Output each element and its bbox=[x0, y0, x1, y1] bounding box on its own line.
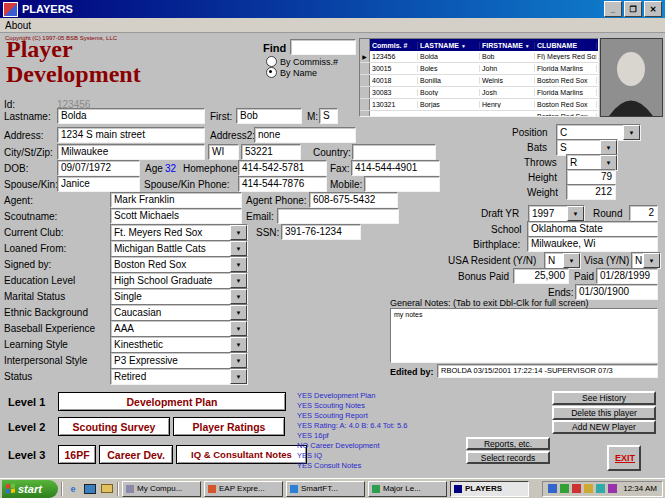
reports-button[interactable]: Reports, etc. bbox=[466, 437, 550, 450]
spouse-kin-input[interactable]: Janice bbox=[57, 176, 140, 192]
find-input[interactable] bbox=[290, 39, 356, 55]
marital-status-select[interactable]: Single ▼ bbox=[110, 288, 248, 305]
signed-by-select[interactable]: Boston Red Sox ▼ bbox=[110, 256, 248, 273]
round-input[interactable]: 2 bbox=[629, 205, 658, 221]
usa-resident-select[interactable]: N ▼ bbox=[544, 252, 581, 269]
draft-yr-select[interactable]: 1997 ▼ bbox=[528, 205, 585, 222]
grid-row[interactable]: 30083 Booty Josh Florida Marlins bbox=[360, 87, 598, 99]
select-records-button[interactable]: Select records bbox=[466, 451, 550, 464]
development-plan-button[interactable]: Development Plan bbox=[58, 392, 286, 411]
current-club-select[interactable]: Ft. Meyers Red Sox ▼ bbox=[110, 224, 248, 241]
tray-icon[interactable] bbox=[548, 484, 557, 493]
grid-row[interactable]: 40018 Bonilla Welnis Boston Red Sox bbox=[360, 75, 598, 87]
dropdown-arrow-icon[interactable]: ▼ bbox=[567, 206, 584, 221]
address2-input[interactable]: none bbox=[254, 127, 356, 143]
tray-icon[interactable] bbox=[572, 484, 581, 493]
grid-row[interactable]: 130321 Borjas Henry Boston Red Sox bbox=[360, 99, 598, 111]
weight-input[interactable]: 212 bbox=[566, 184, 616, 200]
birthplace-input[interactable]: Milwaukee, Wi bbox=[527, 236, 658, 252]
minimize-button[interactable]: _ bbox=[604, 1, 622, 17]
player-ratings-button[interactable]: Player Ratings bbox=[173, 417, 285, 436]
scouting-survey-button[interactable]: Scouting Survey bbox=[58, 417, 170, 436]
dropdown-arrow-icon[interactable]: ▼ bbox=[230, 353, 247, 368]
city-input[interactable]: Milwaukee bbox=[57, 144, 205, 160]
mobile-input[interactable] bbox=[364, 176, 440, 192]
close-button[interactable]: ✕ bbox=[644, 1, 662, 17]
dob-input[interactable]: 09/07/1972 bbox=[57, 160, 140, 176]
visa-select[interactable]: N ▼ bbox=[631, 252, 661, 269]
dropdown-arrow-icon[interactable]: ▼ bbox=[230, 321, 247, 336]
paid-date-input[interactable]: 01/28/1999 bbox=[596, 268, 658, 284]
grid-header-firstname[interactable]: FIRSTNAME▼ bbox=[480, 42, 535, 49]
dropdown-arrow-icon[interactable]: ▼ bbox=[600, 140, 617, 155]
email-input[interactable] bbox=[277, 208, 399, 224]
taskbar-task-players-active[interactable]: PLAYERS bbox=[450, 481, 529, 497]
lastname-input[interactable]: Bolda bbox=[57, 108, 205, 124]
height-input[interactable]: 79 bbox=[566, 169, 616, 185]
ethnic-background-select[interactable]: Caucasian ▼ bbox=[110, 304, 248, 321]
maximize-button[interactable]: ❐ bbox=[624, 1, 642, 17]
country-input[interactable] bbox=[352, 144, 436, 160]
taskbar-task-major-league[interactable]: Major Le... bbox=[368, 481, 447, 497]
menu-about[interactable]: About bbox=[5, 20, 31, 31]
spouse-phone-input[interactable]: 414-544-7876 bbox=[238, 176, 327, 192]
grid-row[interactable]: Boston Red Sox bbox=[360, 111, 598, 117]
general-notes-input[interactable]: my notes bbox=[390, 308, 658, 363]
dropdown-arrow-icon[interactable]: ▼ bbox=[230, 305, 247, 320]
dropdown-arrow-icon[interactable]: ▼ bbox=[230, 257, 247, 272]
tray-icon[interactable] bbox=[584, 484, 593, 493]
dropdown-arrow-icon[interactable]: ▼ bbox=[230, 273, 247, 288]
tray-icon[interactable] bbox=[560, 484, 569, 493]
start-button[interactable]: start bbox=[2, 480, 58, 498]
baseball-experience-select[interactable]: AAA ▼ bbox=[110, 320, 248, 337]
iq-consultant-notes-button[interactable]: IQ & Consultant Notes bbox=[176, 445, 307, 464]
ssn-input[interactable]: 391-76-1234 bbox=[281, 224, 361, 240]
see-history-button[interactable]: See History bbox=[552, 391, 656, 405]
loaned-from-select[interactable]: Michigan Battle Cats ▼ bbox=[110, 240, 248, 257]
grid-header-commis[interactable]: Commis. # bbox=[370, 42, 418, 49]
delete-player-button[interactable]: Delete this player bbox=[552, 406, 656, 420]
taskbar-task-eap[interactable]: EAP Expre... bbox=[204, 481, 283, 497]
zip-input[interactable]: 53221 bbox=[241, 144, 301, 160]
career-dev-button[interactable]: Career Dev. bbox=[99, 445, 173, 464]
agent-input[interactable]: Mark Franklin bbox=[110, 192, 242, 208]
grid-row[interactable]: 30015 Boles John Florida Marlins bbox=[360, 63, 598, 75]
tray-icon[interactable] bbox=[608, 484, 617, 493]
tray-icon[interactable] bbox=[596, 484, 605, 493]
learning-style-select[interactable]: Kinesthetic ▼ bbox=[110, 336, 248, 353]
dropdown-arrow-icon[interactable]: ▼ bbox=[230, 225, 247, 240]
homephone-input[interactable]: 414-542-5781 bbox=[238, 160, 327, 176]
school-input[interactable]: Oklahoma State bbox=[527, 221, 658, 237]
middle-initial-input[interactable]: S bbox=[319, 108, 338, 124]
fax-input[interactable]: 414-544-4901 bbox=[351, 160, 440, 176]
dropdown-arrow-icon[interactable]: ▼ bbox=[563, 253, 580, 268]
taskbar-task-my-computer[interactable]: My Compu... bbox=[122, 481, 201, 497]
education-level-select[interactable]: High School Graduate ▼ bbox=[110, 272, 248, 289]
dropdown-arrow-icon[interactable]: ▼ bbox=[230, 289, 247, 304]
quicklaunch-desktop-icon[interactable] bbox=[83, 482, 97, 496]
grid-row-selected[interactable]: ▶ 123456 Bolda Bob Fl) Meyers Red Sox bbox=[360, 51, 598, 63]
dropdown-arrow-icon[interactable]: ▼ bbox=[230, 241, 247, 256]
16pf-button[interactable]: 16PF bbox=[58, 445, 96, 464]
status-select[interactable]: Retired ▼ bbox=[110, 368, 248, 385]
state-input[interactable]: WI bbox=[208, 144, 239, 160]
radio-by-commiss[interactable]: By Commiss.# bbox=[266, 56, 338, 67]
dropdown-arrow-icon[interactable]: ▼ bbox=[623, 125, 640, 140]
grid-header-lastname[interactable]: LASTNAME▼ bbox=[418, 42, 480, 49]
dropdown-arrow-icon[interactable]: ▼ bbox=[230, 337, 247, 352]
address-input[interactable]: 1234 S main street bbox=[57, 127, 205, 143]
quicklaunch-browser-icon[interactable]: e bbox=[66, 482, 80, 496]
scoutname-input[interactable]: Scott Michaels bbox=[110, 208, 242, 224]
grid-header-clubname[interactable]: CLUBNAME bbox=[535, 42, 597, 49]
exit-button[interactable]: EXIT bbox=[607, 445, 641, 471]
dropdown-arrow-icon[interactable]: ▼ bbox=[643, 253, 660, 268]
agent-phone-input[interactable]: 608-675-5432 bbox=[309, 192, 398, 208]
bonus-paid-input[interactable]: 25,900 bbox=[513, 268, 569, 284]
quicklaunch-folder-icon[interactable] bbox=[100, 482, 114, 496]
dropdown-arrow-icon[interactable]: ▼ bbox=[230, 369, 247, 384]
taskbar-task-smartft[interactable]: SmartFT... bbox=[286, 481, 365, 497]
dropdown-arrow-icon[interactable]: ▼ bbox=[600, 155, 617, 170]
radio-by-name[interactable]: By Name bbox=[266, 67, 317, 78]
first-input[interactable]: Bob bbox=[236, 108, 302, 124]
add-new-player-button[interactable]: Add NEW Player bbox=[552, 420, 656, 434]
